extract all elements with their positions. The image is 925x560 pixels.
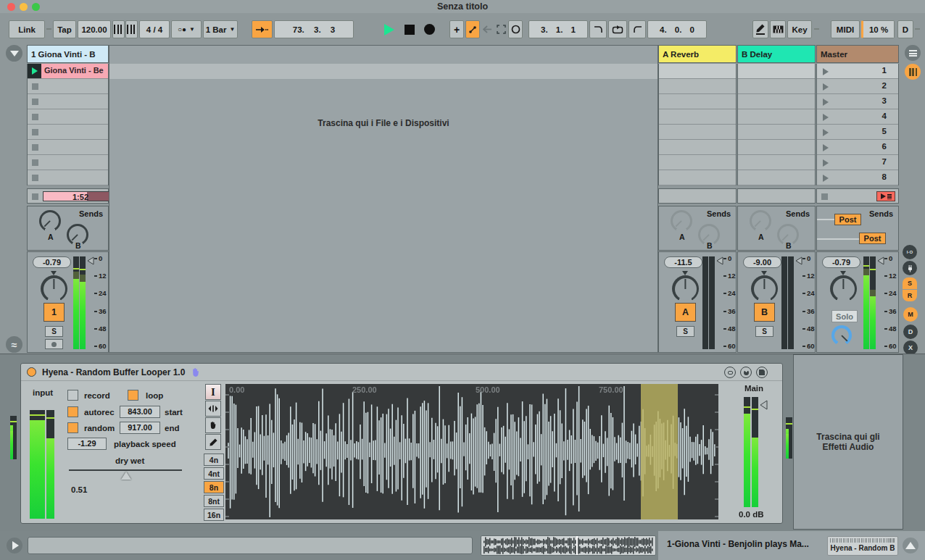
- quantize-8n-button[interactable]: 8n: [204, 481, 224, 493]
- waveform-display[interactable]: 0.00250.00500.00750.00: [225, 384, 718, 519]
- punch-out-button[interactable]: [629, 20, 646, 38]
- return-slot[interactable]: [738, 79, 815, 94]
- playback-speed-field[interactable]: -1.29: [67, 438, 107, 450]
- return-slot[interactable]: [738, 64, 815, 79]
- volume-fader-handle[interactable]: [876, 256, 884, 265]
- reenable-automation-button[interactable]: [481, 20, 494, 38]
- time-signature-field[interactable]: 4 / 4: [139, 20, 170, 38]
- draw-mode-button[interactable]: [752, 20, 768, 38]
- empty-clip-slot[interactable]: [28, 125, 108, 140]
- show-mixer-m-toggle[interactable]: M: [903, 307, 918, 322]
- scene-launch-4[interactable]: 4: [817, 109, 898, 125]
- quantize-16n-button[interactable]: 16n: [204, 509, 224, 521]
- solo-button[interactable]: S: [45, 326, 63, 337]
- return-slot[interactable]: [738, 140, 815, 155]
- scene-launch-3[interactable]: 3: [817, 94, 898, 109]
- return-a-activator-button[interactable]: A: [675, 303, 696, 322]
- return-slot[interactable]: [738, 94, 815, 109]
- send-a-knob[interactable]: [750, 210, 771, 232]
- start-value-field[interactable]: 843.00: [120, 406, 160, 418]
- master-header[interactable]: Master: [816, 45, 899, 63]
- empty-clip-slot[interactable]: [28, 155, 108, 170]
- volume-fader-handle[interactable]: [715, 256, 723, 265]
- unfold-device-button[interactable]: [724, 367, 736, 378]
- tempo-field[interactable]: 120.00: [78, 20, 111, 38]
- device-activator-led[interactable]: [27, 367, 36, 377]
- empty-clip-slot[interactable]: [28, 140, 108, 155]
- key-map-button[interactable]: Key: [787, 20, 812, 38]
- pan-knob[interactable]: [672, 275, 699, 302]
- volume-field[interactable]: -11.5: [664, 256, 702, 268]
- arm-record-button[interactable]: [45, 339, 63, 349]
- move-tool-button[interactable]: [205, 401, 221, 417]
- link-button[interactable]: Link: [9, 20, 45, 38]
- main-volume-handle[interactable]: [759, 400, 768, 410]
- loop-start-field[interactable]: 3. 1. 1: [528, 20, 588, 38]
- show-returns-r-toggle[interactable]: R: [903, 290, 917, 301]
- show-io-toggle[interactable]: I·O: [903, 245, 917, 259]
- nudge-up-button[interactable]: [125, 20, 138, 38]
- scene-launch-1[interactable]: 1: [817, 64, 898, 79]
- session-grid[interactable]: Trascina qui i File e i Dispositivi: [109, 45, 658, 353]
- empty-clip-slot[interactable]: [28, 170, 108, 185]
- loop-selection-region[interactable]: [641, 384, 677, 519]
- show-device-view-toggle[interactable]: [903, 538, 918, 553]
- quantize-4n-button[interactable]: 4n: [204, 454, 224, 466]
- return-slot[interactable]: [659, 140, 736, 155]
- record-checkbox[interactable]: [67, 390, 78, 401]
- end-value-field[interactable]: 917.00: [120, 422, 160, 434]
- show-mixer-toggle[interactable]: [905, 64, 921, 80]
- volume-field[interactable]: -9.00: [743, 256, 781, 268]
- autorec-checkbox[interactable]: [67, 406, 78, 417]
- disk-overload-indicator[interactable]: D: [897, 20, 913, 38]
- play-button[interactable]: [380, 20, 399, 38]
- quantization-menu[interactable]: 1 Bar▼: [203, 20, 238, 38]
- tap-tempo-button[interactable]: Tap: [53, 20, 76, 38]
- scene-launch-5[interactable]: 5: [817, 125, 898, 140]
- return-slot[interactable]: [659, 170, 736, 185]
- return-slot[interactable]: [659, 64, 736, 79]
- capture-midi-button[interactable]: [494, 20, 507, 38]
- pencil-tool-button[interactable]: [205, 434, 221, 450]
- automation-arm-button[interactable]: [465, 20, 480, 38]
- dry-wet-slider-handle[interactable]: [121, 472, 131, 480]
- solo-button[interactable]: S: [755, 326, 773, 337]
- follow-button[interactable]: [252, 20, 273, 38]
- track-activator-button[interactable]: 1: [43, 303, 65, 322]
- back-to-arrangement-button[interactable]: [876, 191, 895, 201]
- empty-clip-slot[interactable]: [28, 109, 108, 125]
- device-chain-tab-hyena[interactable]: Hyena - Random B: [827, 536, 898, 556]
- show-sends-toggle[interactable]: S: [903, 277, 917, 289]
- punch-in-button[interactable]: [589, 20, 607, 38]
- return-slot[interactable]: [738, 155, 815, 170]
- hot-swap-button[interactable]: [740, 367, 752, 378]
- arrangement-position-field[interactable]: 73. 3. 3: [274, 20, 354, 38]
- post-b-toggle[interactable]: Post: [859, 233, 886, 244]
- volume-fader-handle[interactable]: [795, 256, 802, 265]
- selection-tool-button[interactable]: I: [205, 384, 221, 400]
- return-slot[interactable]: [659, 155, 736, 170]
- stop-button[interactable]: [400, 20, 419, 38]
- metronome-button[interactable]: ○●▼: [171, 20, 202, 38]
- loop-length-field[interactable]: 4. 0. 0: [647, 20, 707, 38]
- return-slot[interactable]: [738, 170, 815, 185]
- hand-tool-button[interactable]: [205, 417, 221, 433]
- empty-clip-slot[interactable]: [28, 79, 108, 94]
- audio-effects-drop-area[interactable]: Trascina qui gli Effetti Audio: [793, 354, 903, 530]
- pan-knob[interactable]: [751, 275, 778, 302]
- pan-knob[interactable]: [41, 275, 67, 302]
- scene-launch-8[interactable]: 8: [817, 170, 898, 185]
- stop-all-clips-button[interactable]: [821, 193, 828, 200]
- quantize-4nt-button[interactable]: 4nt: [204, 467, 224, 480]
- preview-cue-volume-knob[interactable]: [831, 325, 852, 346]
- volume-field[interactable]: -0.79: [33, 256, 71, 268]
- return-slot[interactable]: [738, 109, 815, 125]
- loop-button[interactable]: [608, 20, 627, 38]
- clip-play-button[interactable]: [28, 64, 41, 78]
- solo-cue-button[interactable]: Solo: [831, 310, 858, 322]
- show-returns-toggle[interactable]: [903, 261, 917, 275]
- return-b-activator-button[interactable]: B: [754, 303, 775, 322]
- save-preset-button[interactable]: [756, 367, 768, 378]
- session-record-button[interactable]: [508, 20, 523, 38]
- computer-midi-keyboard-button[interactable]: [770, 20, 786, 38]
